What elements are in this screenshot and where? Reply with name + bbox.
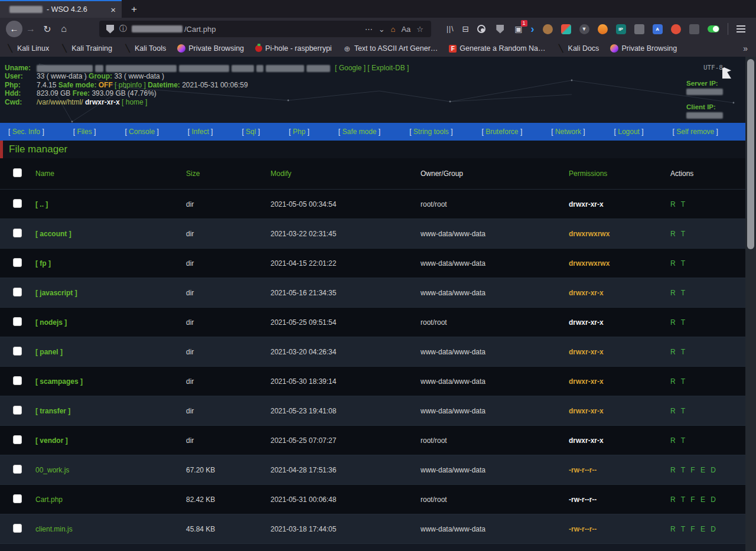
row-actions[interactable]: R T <box>670 318 745 327</box>
column-header-modify[interactable]: Modify <box>271 169 421 178</box>
browser-tab[interactable]: - WSO 4.2.6 × <box>0 0 122 18</box>
file-permissions-link[interactable]: drwxr-xr-x <box>569 200 670 208</box>
nav-item-safe-mode[interactable]: [ Safe mode ] <box>338 128 380 136</box>
menu-icon[interactable] <box>737 25 745 32</box>
account-icon[interactable] <box>477 25 485 33</box>
bookmark-star-icon[interactable]: ☆ <box>416 25 423 34</box>
reload-icon[interactable]: ↻ <box>39 24 56 35</box>
page-actions-icon[interactable]: ⋯ <box>365 25 373 34</box>
bookmark-item[interactable]: ╲ Kali Tools <box>123 44 166 53</box>
tracking-shield-icon[interactable] <box>106 25 114 34</box>
file-permissions-link[interactable]: drwxrwxrwx <box>569 259 670 268</box>
file-name-link[interactable]: [ account ] <box>35 230 186 238</box>
file-name-link[interactable]: [ transfer ] <box>35 407 186 415</box>
screenshot-extension-icon[interactable] <box>689 24 699 34</box>
nav-item-network[interactable]: [ Network ] <box>551 128 585 136</box>
row-checkbox[interactable] <box>13 465 22 474</box>
column-header-name[interactable]: Name <box>35 169 186 178</box>
row-checkbox[interactable] <box>13 317 22 326</box>
select-all-checkbox[interactable] <box>13 168 22 177</box>
protections-shield-icon[interactable] <box>496 25 504 34</box>
column-header-size[interactable]: Size <box>186 169 271 178</box>
file-name-link[interactable]: [ .. ] <box>35 200 186 208</box>
bookmark-item[interactable]: ╲ Kali Training <box>60 44 112 53</box>
nav-item-infect[interactable]: [ Infect ] <box>188 128 213 136</box>
nav-item-files[interactable]: [ Files ] <box>73 128 96 136</box>
row-actions[interactable]: R T <box>670 348 745 356</box>
ember-extension-icon[interactable] <box>671 24 681 34</box>
row-actions[interactable]: R T <box>670 407 745 415</box>
file-name-link[interactable]: [ vendor ] <box>35 436 186 445</box>
search-links[interactable]: [ Google ] [ Exploit-DB ] <box>335 64 409 72</box>
nav-item-php[interactable]: [ Php ] <box>289 128 309 136</box>
nav-item-sql[interactable]: [ Sql ] <box>242 128 260 136</box>
nav-item-self-remove[interactable]: [ Self remove ] <box>673 128 718 136</box>
file-name-link[interactable]: [ nodejs ] <box>35 318 186 327</box>
origami-extension-icon[interactable] <box>561 24 571 34</box>
downloader-extension-icon[interactable]: ▼ <box>579 24 589 34</box>
file-name-link[interactable]: Cart.php <box>35 495 186 504</box>
new-tab-button[interactable]: + <box>126 2 142 17</box>
nav-item-sec-info[interactable]: [ Sec. Info ] <box>8 128 44 136</box>
bookmarks-overflow-icon[interactable]: » <box>743 44 748 53</box>
row-actions[interactable]: R T <box>670 230 745 238</box>
library-icon[interactable]: ||\ <box>447 25 454 33</box>
bookmark-item[interactable]: ⊕ Text to ASCII Art Gener… <box>343 44 438 53</box>
row-checkbox[interactable] <box>13 288 22 296</box>
translate-extension-icon[interactable]: A <box>653 24 663 34</box>
page-scrollbar[interactable] <box>745 57 756 551</box>
file-permissions-link[interactable]: drwxr-xr-x <box>569 289 670 297</box>
nav-item-string-tools[interactable]: [ String tools ] <box>409 128 452 136</box>
ip-extension-icon[interactable]: IP <box>616 24 626 34</box>
pocket-icon[interactable]: ⌄ <box>379 25 385 34</box>
cwd-path-link[interactable]: /var/www/html/ <box>37 98 83 106</box>
home-link[interactable]: [ home ] <box>122 98 147 106</box>
file-permissions-link[interactable]: -rw-r--r-- <box>569 525 670 533</box>
row-checkbox[interactable] <box>13 494 22 503</box>
row-actions[interactable]: R T F E D <box>670 466 745 474</box>
file-permissions-link[interactable]: -rw-r--r-- <box>569 495 670 504</box>
row-checkbox[interactable] <box>13 229 22 237</box>
file-name-link[interactable]: 00_work.js <box>35 466 186 474</box>
nav-item-logout[interactable]: [ Logout ] <box>614 128 644 136</box>
screenshot-badge-icon[interactable]: ▣1 <box>514 24 522 34</box>
row-actions[interactable]: R T <box>670 289 745 297</box>
file-name-link[interactable]: [ javascript ] <box>35 289 186 297</box>
row-actions[interactable]: R T <box>670 259 745 268</box>
phpinfo-link[interactable]: [ phpinfo ] <box>115 81 146 89</box>
file-permissions-link[interactable]: drwxrwxrwx <box>569 230 670 238</box>
file-permissions-link[interactable]: -rw-r--r-- <box>569 466 670 474</box>
file-name-link[interactable]: [ scampages ] <box>35 377 186 386</box>
foxyproxy-extension-icon[interactable] <box>598 24 608 34</box>
url-bar[interactable]: ⓘ /Cart.php ⋯ ⌄ ⌂ Aa ☆ <box>99 21 431 37</box>
sidebar-icon[interactable]: ⊟ <box>462 24 470 34</box>
row-actions[interactable]: R T F E D <box>670 525 745 533</box>
bookmark-item[interactable]: Private Browsing <box>610 44 677 53</box>
nav-item-console[interactable]: [ Console ] <box>125 128 158 136</box>
file-permissions-link[interactable]: drwxr-xr-x <box>569 407 670 415</box>
row-checkbox[interactable] <box>13 376 22 385</box>
row-actions[interactable]: R T <box>670 377 745 386</box>
bookmark-item[interactable]: F Generate a Random Na… <box>449 44 545 53</box>
file-permissions-link[interactable]: drwxr-xr-x <box>569 436 670 445</box>
file-name-link[interactable]: client.min.js <box>35 525 186 533</box>
nav-item-bruteforce[interactable]: [ Bruteforce ] <box>482 128 523 136</box>
home-icon[interactable]: ⌂ <box>56 24 72 34</box>
file-permissions-link[interactable]: drwxr-xr-x <box>569 318 670 327</box>
site-info-icon[interactable]: ⓘ <box>119 24 127 34</box>
overflow-chevron-icon[interactable]: › <box>531 23 535 35</box>
tab-close-icon[interactable]: × <box>110 5 116 15</box>
row-checkbox[interactable] <box>13 347 22 356</box>
row-checkbox[interactable] <box>13 435 22 444</box>
charset-select[interactable]: UTF-8 <box>686 64 723 71</box>
cookie-extension-icon[interactable] <box>543 24 553 34</box>
row-checkbox[interactable] <box>13 406 22 415</box>
file-permissions-link[interactable]: drwxr-xr-x <box>569 377 670 386</box>
bookmark-item[interactable]: Pi-hole - raspberrypi <box>255 44 332 53</box>
row-checkbox[interactable] <box>13 258 22 267</box>
forward-icon[interactable]: → <box>22 24 39 34</box>
file-name-link[interactable]: [ panel ] <box>35 348 186 356</box>
file-name-link[interactable]: [ fp ] <box>35 259 186 268</box>
translate-page-icon[interactable]: Aa <box>401 25 410 34</box>
row-actions[interactable]: R T <box>670 200 745 208</box>
